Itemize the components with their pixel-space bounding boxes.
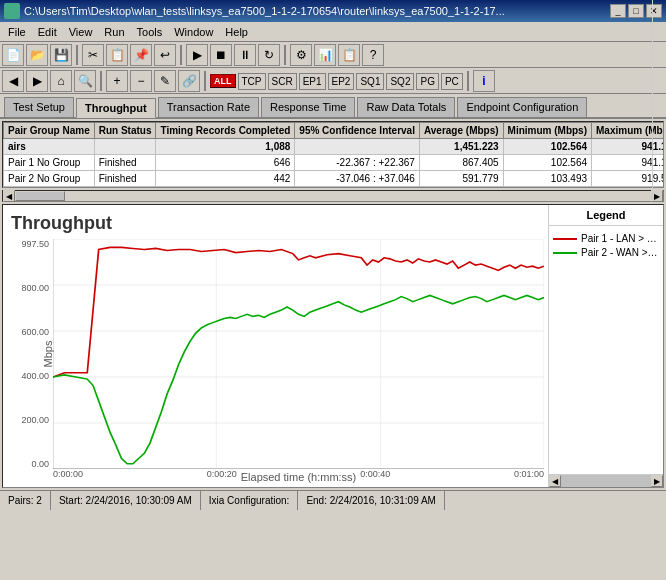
legend-scroll-left[interactable]: ◀ <box>549 475 561 487</box>
legend-scroll-controls: ◀ ▶ <box>549 474 663 487</box>
tab-test-setup[interactable]: Test Setup <box>4 97 74 117</box>
toolbar-link[interactable]: 🔗 <box>178 70 200 92</box>
menu-help[interactable]: Help <box>219 24 254 40</box>
toolbar-save[interactable]: 💾 <box>50 44 72 66</box>
y-axis-label: Mbps <box>42 341 54 368</box>
toolbar-config[interactable]: ⚙ <box>290 44 312 66</box>
badge-sq2[interactable]: SQ2 <box>386 73 414 90</box>
legend-label-1: Pair 1 - LAN > W... <box>581 233 659 244</box>
chart-canvas: Mbps <box>53 239 544 469</box>
menu-tools[interactable]: Tools <box>131 24 169 40</box>
toolbar-info[interactable]: i <box>473 70 495 92</box>
separator-3 <box>284 45 286 65</box>
table-cell <box>94 139 156 155</box>
chart-svg <box>53 239 544 469</box>
menu-view[interactable]: View <box>63 24 99 40</box>
toolbar-stop[interactable]: ⏹ <box>210 44 232 66</box>
maximize-button[interactable]: □ <box>628 4 644 18</box>
badge-ep1[interactable]: EP1 <box>299 73 326 90</box>
table-cell: 103.493 <box>503 171 591 187</box>
toolbar-back[interactable]: ◀ <box>2 70 24 92</box>
table-cell: Pair 1 No Group <box>4 155 95 171</box>
header-minimum: Minimum (Mbps) <box>503 123 591 139</box>
menu-run[interactable]: Run <box>98 24 130 40</box>
separator-1 <box>76 45 78 65</box>
chart-area: Throughput 997.50 800.00 600.00 400.00 2… <box>3 205 548 487</box>
x-tick-3: 0:01:00 <box>514 469 544 479</box>
toolbar-table[interactable]: 📋 <box>338 44 360 66</box>
toolbar-search[interactable]: 🔍 <box>74 70 96 92</box>
tab-bar: Test Setup Throughput Transaction Rate R… <box>0 94 666 119</box>
table-cell: 646 <box>156 155 295 171</box>
toolbar-open[interactable]: 📂 <box>26 44 48 66</box>
toolbar-undo[interactable]: ↩ <box>154 44 176 66</box>
menu-edit[interactable]: Edit <box>32 24 63 40</box>
scroll-thumb[interactable] <box>15 191 65 201</box>
separator-6 <box>467 71 469 91</box>
table-cell: Finished <box>94 155 156 171</box>
x-tick-1: 0:00:20 <box>207 469 237 479</box>
legend-panel: Legend Pair 1 - LAN > W... Pair 2 - WAN … <box>548 205 663 487</box>
menu-window[interactable]: Window <box>168 24 219 40</box>
toolbar-help[interactable]: ? <box>362 44 384 66</box>
chart-wrapper: 997.50 800.00 600.00 400.00 200.00 0.00 … <box>11 239 544 469</box>
toolbar-2: ◀ ▶ ⌂ 🔍 + − ✎ 🔗 ALL TCP SCR EP1 EP2 SQ1 … <box>0 68 666 94</box>
badge-pg[interactable]: PG <box>416 73 438 90</box>
badge-pc[interactable]: PC <box>441 73 463 90</box>
status-bar: Pairs: 2 Start: 2/24/2016, 10:30:09 AM I… <box>0 490 666 510</box>
table-cell <box>295 139 420 155</box>
tab-transaction-rate[interactable]: Transaction Rate <box>158 97 259 117</box>
header-pair-group-name: Pair Group Name <box>4 123 95 139</box>
toolbar-paste[interactable]: 📌 <box>130 44 152 66</box>
legend-hscroll-track[interactable] <box>561 475 651 487</box>
toolbar-cut[interactable]: ✂ <box>82 44 104 66</box>
header-average: Average (Mbps) <box>419 123 503 139</box>
legend-item-2: Pair 2 - WAN > L... <box>553 247 659 258</box>
tab-response-time[interactable]: Response Time <box>261 97 355 117</box>
menu-bar: File Edit View Run Tools Window Help <box>0 22 666 42</box>
legend-items: Pair 1 - LAN > W... Pair 2 - WAN > L... <box>549 226 663 474</box>
toolbar-chart[interactable]: 📊 <box>314 44 336 66</box>
toolbar-remove[interactable]: − <box>130 70 152 92</box>
toolbar-forward[interactable]: ▶ <box>26 70 48 92</box>
toolbar-new[interactable]: 📄 <box>2 44 24 66</box>
minimize-button[interactable]: _ <box>610 4 626 18</box>
app-icon <box>4 3 20 19</box>
badge-sq1[interactable]: SQ1 <box>356 73 384 90</box>
header-confidence: 95% Confidence Interval <box>295 123 420 139</box>
tab-raw-data[interactable]: Raw Data Totals <box>357 97 455 117</box>
toolbar-add[interactable]: + <box>106 70 128 92</box>
chart-section: Throughput 997.50 800.00 600.00 400.00 2… <box>2 204 664 488</box>
toolbar-home[interactable]: ⌂ <box>50 70 72 92</box>
status-pairs: Pairs: 2 <box>0 491 51 510</box>
y-tick-1: 0.00 <box>31 459 49 469</box>
table-row: Pair 1 No GroupFinished646-22.367 : +22.… <box>4 155 665 171</box>
badge-ep2[interactable]: EP2 <box>328 73 355 90</box>
toolbar-run[interactable]: ▶ <box>186 44 208 66</box>
legend-line-1 <box>553 238 577 240</box>
menu-file[interactable]: File <box>2 24 32 40</box>
table-scrollbar[interactable]: ◀ ▶ <box>2 190 664 202</box>
table-cell: 1,451.223 <box>419 139 503 155</box>
table-cell: -22.367 : +22.367 <box>295 155 420 171</box>
table-cell: 591.779 <box>419 171 503 187</box>
x-axis: 0:00:00 0:00:20 0:00:40 0:01:00 <box>53 469 544 479</box>
tab-throughput[interactable]: Throughput <box>76 98 156 118</box>
tab-endpoint-config[interactable]: Endpoint Configuration <box>457 97 587 117</box>
toolbar-1: 📄 📂 💾 ✂ 📋 📌 ↩ ▶ ⏹ ⏸ ↻ ⚙ 📊 📋 ? <box>0 42 666 68</box>
badge-scr[interactable]: SCR <box>268 73 297 90</box>
table-cell: -37.046 : +37.046 <box>295 171 420 187</box>
toolbar-pause[interactable]: ⏸ <box>234 44 256 66</box>
title-bar-text: C:\Users\Tim\Desktop\wlan_tests\linksys_… <box>24 5 610 17</box>
toolbar-copy[interactable]: 📋 <box>106 44 128 66</box>
toolbar-refresh[interactable]: ↻ <box>258 44 280 66</box>
table-cell: Pair 2 No Group <box>4 171 95 187</box>
scroll-left-btn[interactable]: ◀ <box>3 190 15 202</box>
toolbar-edit2[interactable]: ✎ <box>154 70 176 92</box>
legend-hscroll: ◀ ▶ <box>549 475 663 487</box>
legend-scroll-right[interactable]: ▶ <box>651 475 663 487</box>
y-tick-5: 800.00 <box>21 283 49 293</box>
table-row: airs1,0881,451.223102.564941.177 <box>4 139 665 155</box>
badge-tcp[interactable]: TCP <box>238 73 266 90</box>
badge-all[interactable]: ALL <box>210 74 236 88</box>
